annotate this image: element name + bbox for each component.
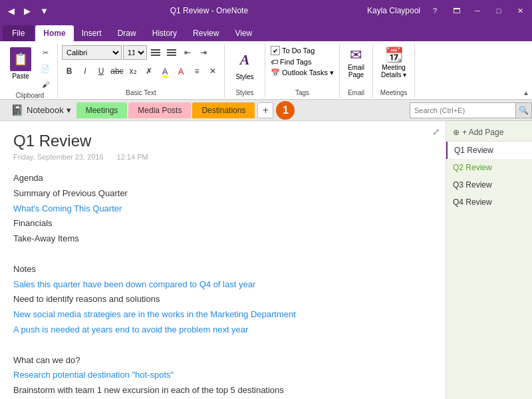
- list-button[interactable]: [148, 45, 163, 60]
- forward-button[interactable]: ▶: [21, 5, 33, 17]
- note-line: What's Coming This Quarter: [13, 202, 432, 216]
- quick-access-button[interactable]: ▼: [37, 5, 51, 17]
- clipboard-group: 📋 Paste ✂ 📄 🖌 Clipboard: [3, 44, 58, 98]
- email-icon: ✉: [350, 47, 362, 64]
- email-group: ✉ Email Page Email: [340, 44, 373, 98]
- increase-indent-button[interactable]: ⇥: [196, 45, 211, 60]
- close-button[interactable]: ✕: [513, 4, 527, 17]
- todo-tag-label: To Do Tag: [282, 47, 315, 55]
- page-list: ⊕ + Add Page Q1 ReviewQ2 ReviewQ3 Review…: [446, 121, 532, 399]
- paste-icon: 📋: [10, 47, 31, 71]
- search-input[interactable]: [410, 102, 516, 118]
- section-tab-media[interactable]: Media Posts: [128, 102, 191, 118]
- back-button[interactable]: ◀: [5, 5, 17, 17]
- note-line: [13, 247, 432, 261]
- maximize-button[interactable]: □: [492, 4, 505, 17]
- tab-view[interactable]: View: [227, 25, 260, 41]
- checkbox-icon: ✔: [271, 46, 280, 55]
- main-area: ⤢ Q1 Review Friday, September 23, 2016 1…: [0, 121, 532, 399]
- tab-history[interactable]: History: [144, 25, 185, 41]
- basic-text-group: Calibri 11 ⇤ ⇥ B: [58, 44, 225, 98]
- title-bar-right: Kayla Claypool ? 🗖 ─ □ ✕: [367, 4, 527, 17]
- outlook-tasks-button[interactable]: 📅 Outlook Tasks ▾: [269, 68, 335, 78]
- note-line: [13, 338, 432, 352]
- note-line: Notes: [13, 263, 432, 277]
- find-tags-button[interactable]: 🏷 Find Tags: [269, 57, 313, 66]
- numbered-list-button[interactable]: [164, 45, 179, 60]
- note-line: Brainstorm with team 1 new excursion in …: [13, 384, 432, 398]
- styles-button[interactable]: A Styles: [229, 45, 261, 82]
- clipboard-label: Clipboard: [16, 92, 45, 100]
- notebook-button[interactable]: 📓 Notebook ▾: [5, 101, 76, 119]
- add-page-button[interactable]: ⊕ + Add Page: [446, 124, 532, 142]
- tags-group: ✔ To Do Tag 🏷 Find Tags 📅 Outlook Tasks …: [265, 44, 340, 98]
- add-section-button[interactable]: +: [257, 102, 273, 118]
- note-line: Agenda: [13, 172, 432, 186]
- font-color-button[interactable]: A: [174, 64, 188, 78]
- font-row-2: B I U abc x₂ ✗ A A ≡ ✕: [62, 64, 220, 78]
- align-button[interactable]: ≡: [190, 64, 204, 78]
- tag-button[interactable]: ✔ To Do Tag: [269, 45, 316, 56]
- add-page-icon: ⊕: [453, 128, 460, 137]
- font-size-select[interactable]: 11: [123, 45, 147, 60]
- help-button[interactable]: ?: [428, 4, 442, 17]
- calendar-icon: 📆: [385, 47, 403, 64]
- section-tab-destinations[interactable]: Destinations: [192, 102, 255, 118]
- note-line: A push is needed at years end to avoid t…: [13, 323, 432, 337]
- email-label: Email Page: [348, 64, 364, 78]
- section-tab-meetings[interactable]: Meetings: [76, 102, 128, 118]
- restore-button[interactable]: 🗖: [450, 4, 463, 17]
- paste-button[interactable]: 📋 Paste: [7, 45, 35, 82]
- font-name-select[interactable]: Calibri: [62, 45, 122, 60]
- page-item[interactable]: Q1 Review: [446, 142, 532, 159]
- ribbon-minimize-button[interactable]: ▲: [523, 89, 529, 96]
- underline-button[interactable]: U: [94, 64, 108, 78]
- clear-formatting-button[interactable]: ✗: [142, 64, 156, 78]
- highlight-button[interactable]: A: [158, 64, 172, 78]
- note-line: New social media strategies are in the w…: [13, 308, 432, 322]
- note-time: 12:14 PM: [117, 153, 148, 161]
- meetings-content: 📆 Meeting Details ▾: [377, 44, 410, 89]
- copy-button[interactable]: 📄: [37, 61, 53, 76]
- tab-review[interactable]: Review: [185, 25, 227, 41]
- clear-formatting-button2[interactable]: ✕: [205, 64, 220, 78]
- tab-insert[interactable]: Insert: [74, 25, 110, 41]
- title-bar: ◀ ▶ ▼ Q1 Review - OneNote Kayla Claypool…: [0, 0, 532, 21]
- basic-text-label: Basic Text: [126, 89, 156, 98]
- minimize-button[interactable]: ─: [471, 4, 484, 17]
- tab-home[interactable]: Home: [35, 25, 73, 41]
- tab-draw[interactable]: Draw: [110, 25, 144, 41]
- ribbon: 📋 Paste ✂ 📄 🖌 Clipboard Calibri 11: [0, 41, 532, 100]
- clipboard-content: 📋 Paste ✂ 📄 🖌: [7, 44, 53, 92]
- note-line: Research potential destination "hot-spot…: [13, 368, 432, 382]
- tags-content: ✔ To Do Tag 🏷 Find Tags 📅 Outlook Tasks …: [269, 44, 335, 89]
- notification-badge: 1: [276, 101, 295, 120]
- strikethrough-button[interactable]: abc: [110, 64, 124, 78]
- search-button[interactable]: 🔍: [516, 102, 532, 118]
- note-content: ⤢ Q1 Review Friday, September 23, 2016 1…: [0, 121, 446, 399]
- note-line: Need to identify reasons and solutions: [13, 293, 432, 307]
- cut-button[interactable]: ✂: [37, 45, 53, 60]
- decrease-indent-button[interactable]: ⇤: [180, 45, 195, 60]
- section-bar: 📓 Notebook ▾ Meetings Media Posts Destin…: [0, 100, 532, 121]
- clipboard-small-btns: ✂ 📄 🖌: [37, 45, 53, 92]
- tags-label: Tags: [295, 89, 309, 98]
- styles-content: A Styles: [229, 44, 261, 89]
- page-item[interactable]: Q2 Review: [446, 159, 532, 176]
- note-title: Q1 Review: [13, 132, 432, 150]
- tab-file[interactable]: File: [3, 25, 34, 41]
- italic-button[interactable]: I: [78, 64, 92, 78]
- bold-button[interactable]: B: [62, 64, 76, 78]
- add-page-label: + Add Page: [462, 128, 503, 137]
- subscript-button[interactable]: x₂: [126, 64, 140, 78]
- ribbon-tabs: File Home Insert Draw History Review Vie…: [0, 21, 532, 41]
- email-page-button[interactable]: ✉ Email Page: [344, 45, 368, 80]
- styles-icon: A: [233, 47, 257, 73]
- meeting-details-button[interactable]: 📆 Meeting Details ▾: [377, 45, 410, 80]
- page-item[interactable]: Q4 Review: [446, 194, 532, 211]
- notebook-dropdown-icon: ▾: [66, 105, 71, 115]
- format-painter-button[interactable]: 🖌: [37, 77, 53, 92]
- page-item[interactable]: Q3 Review: [446, 176, 532, 194]
- find-tags-label: Find Tags: [280, 58, 312, 66]
- expand-button[interactable]: ⤢: [432, 126, 440, 137]
